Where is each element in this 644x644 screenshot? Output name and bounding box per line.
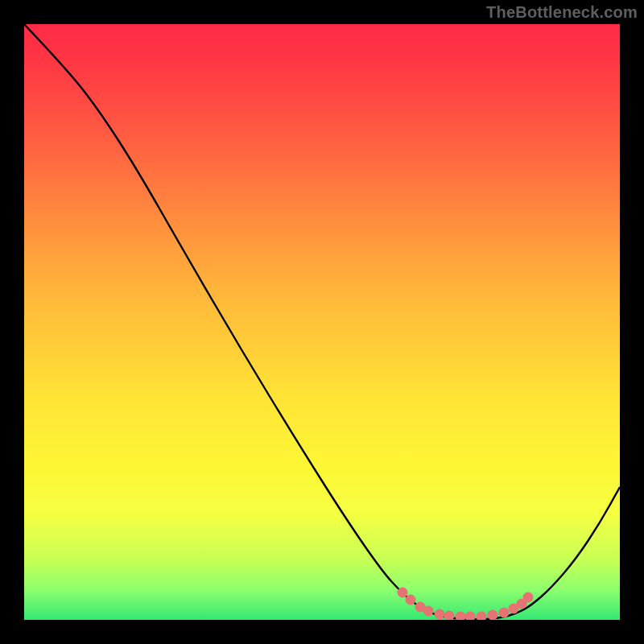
watermark-text: TheBottleneck.com bbox=[486, 3, 638, 22]
chart-frame: TheBottleneck.com bbox=[0, 0, 644, 644]
gradient-background bbox=[24, 24, 620, 620]
plot-area bbox=[24, 24, 620, 620]
